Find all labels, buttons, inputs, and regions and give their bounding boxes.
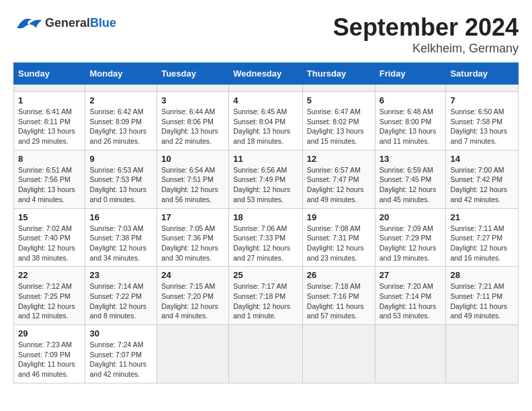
calendar-cell: 6Sunrise: 6:48 AMSunset: 8:00 PMDaylight… xyxy=(375,92,446,150)
day-header-tuesday: Tuesday xyxy=(157,63,229,85)
calendar-cell xyxy=(446,325,519,383)
day-header-saturday: Saturday xyxy=(446,63,519,85)
day-info: Sunrise: 7:06 AMSunset: 7:33 PMDaylight:… xyxy=(233,224,298,263)
calendar-subtitle: Kelkheim, Germany xyxy=(333,42,519,56)
day-number: 7 xyxy=(450,95,514,105)
calendar-cell: 3Sunrise: 6:44 AMSunset: 8:06 PMDaylight… xyxy=(157,92,229,150)
day-info: Sunrise: 6:44 AMSunset: 8:06 PMDaylight:… xyxy=(161,107,224,146)
calendar-cell xyxy=(375,325,446,383)
day-info: Sunrise: 6:56 AMSunset: 7:49 PMDaylight:… xyxy=(233,165,298,205)
day-info: Sunrise: 6:57 AMSunset: 7:47 PMDaylight:… xyxy=(307,165,371,205)
day-info: Sunrise: 6:42 AMSunset: 8:09 PMDaylight:… xyxy=(89,107,152,146)
day-info: Sunrise: 6:41 AMSunset: 8:11 PMDaylight:… xyxy=(18,107,81,146)
day-info: Sunrise: 7:23 AMSunset: 7:09 PMDaylight:… xyxy=(18,340,81,379)
calendar-title: September 2024 xyxy=(333,13,519,42)
day-number: 13 xyxy=(380,154,442,164)
day-number: 15 xyxy=(18,212,81,222)
day-number: 10 xyxy=(161,154,224,164)
day-info: Sunrise: 7:18 AMSunset: 7:16 PMDaylight:… xyxy=(307,281,371,321)
day-header-thursday: Thursday xyxy=(302,63,375,85)
day-number: 14 xyxy=(450,154,514,164)
day-number: 12 xyxy=(307,154,371,164)
logo-icon xyxy=(13,13,44,34)
calendar-cell: 9Sunrise: 6:53 AMSunset: 7:53 PMDaylight… xyxy=(85,150,157,208)
logo: GeneralBlue xyxy=(13,13,116,34)
calendar-header-row: SundayMondayTuesdayWednesdayThursdayFrid… xyxy=(14,63,519,85)
day-info: Sunrise: 6:50 AMSunset: 7:58 PMDaylight:… xyxy=(450,107,514,146)
logo-general: General xyxy=(45,16,90,30)
day-info: Sunrise: 7:24 AMSunset: 7:07 PMDaylight:… xyxy=(89,340,152,379)
day-info: Sunrise: 7:02 AMSunset: 7:40 PMDaylight:… xyxy=(18,224,81,263)
day-number: 25 xyxy=(233,270,298,280)
calendar-week-row: 8Sunrise: 6:51 AMSunset: 7:56 PMDaylight… xyxy=(14,150,519,208)
day-info: Sunrise: 7:12 AMSunset: 7:25 PMDaylight:… xyxy=(18,281,81,321)
calendar-cell: 2Sunrise: 6:42 AMSunset: 8:09 PMDaylight… xyxy=(85,92,157,150)
day-number: 2 xyxy=(89,95,152,105)
day-number: 20 xyxy=(380,212,442,222)
calendar-cell xyxy=(14,85,85,92)
calendar-cell xyxy=(229,325,303,383)
day-number: 11 xyxy=(233,154,298,164)
calendar-cell xyxy=(302,325,375,383)
calendar-week-row: 15Sunrise: 7:02 AMSunset: 7:40 PMDayligh… xyxy=(14,208,519,267)
day-info: Sunrise: 6:45 AMSunset: 8:04 PMDaylight:… xyxy=(233,107,298,146)
calendar-cell: 19Sunrise: 7:08 AMSunset: 7:31 PMDayligh… xyxy=(302,208,375,267)
calendar-week-row xyxy=(14,85,519,92)
day-number: 22 xyxy=(18,270,81,280)
day-number: 19 xyxy=(307,212,371,222)
day-number: 26 xyxy=(307,270,371,280)
calendar-cell xyxy=(375,85,446,92)
day-number: 1 xyxy=(18,95,81,105)
day-info: Sunrise: 7:15 AMSunset: 7:20 PMDaylight:… xyxy=(161,281,224,321)
calendar-cell: 21Sunrise: 7:11 AMSunset: 7:27 PMDayligh… xyxy=(446,208,519,267)
day-number: 30 xyxy=(89,328,152,338)
day-info: Sunrise: 6:47 AMSunset: 8:02 PMDaylight:… xyxy=(307,107,371,146)
day-info: Sunrise: 7:08 AMSunset: 7:31 PMDaylight:… xyxy=(307,224,371,263)
day-number: 21 xyxy=(450,212,514,222)
day-number: 23 xyxy=(89,270,152,280)
logo-blue: Blue xyxy=(90,16,116,30)
calendar-cell: 16Sunrise: 7:03 AMSunset: 7:38 PMDayligh… xyxy=(85,208,157,267)
day-info: Sunrise: 6:51 AMSunset: 7:56 PMDaylight:… xyxy=(18,165,81,205)
calendar-cell: 27Sunrise: 7:20 AMSunset: 7:14 PMDayligh… xyxy=(375,267,446,325)
day-info: Sunrise: 6:48 AMSunset: 8:00 PMDaylight:… xyxy=(380,107,442,146)
day-number: 5 xyxy=(307,95,371,105)
day-info: Sunrise: 7:00 AMSunset: 7:42 PMDaylight:… xyxy=(450,165,514,205)
calendar-cell: 22Sunrise: 7:12 AMSunset: 7:25 PMDayligh… xyxy=(14,267,85,325)
day-info: Sunrise: 7:14 AMSunset: 7:22 PMDaylight:… xyxy=(89,281,152,321)
calendar-week-row: 29Sunrise: 7:23 AMSunset: 7:09 PMDayligh… xyxy=(14,325,519,383)
day-number: 28 xyxy=(450,270,514,280)
calendar-cell: 8Sunrise: 6:51 AMSunset: 7:56 PMDaylight… xyxy=(14,150,85,208)
day-number: 24 xyxy=(161,270,224,280)
title-block: September 2024 Kelkheim, Germany xyxy=(333,13,519,56)
calendar-cell: 1Sunrise: 6:41 AMSunset: 8:11 PMDaylight… xyxy=(14,92,85,150)
day-header-monday: Monday xyxy=(85,63,157,85)
day-info: Sunrise: 7:09 AMSunset: 7:29 PMDaylight:… xyxy=(380,224,442,263)
calendar-cell: 26Sunrise: 7:18 AMSunset: 7:16 PMDayligh… xyxy=(302,267,375,325)
calendar-cell: 24Sunrise: 7:15 AMSunset: 7:20 PMDayligh… xyxy=(157,267,229,325)
day-number: 4 xyxy=(233,95,298,105)
day-number: 8 xyxy=(18,154,81,164)
day-number: 3 xyxy=(161,95,224,105)
calendar-week-row: 22Sunrise: 7:12 AMSunset: 7:25 PMDayligh… xyxy=(14,267,519,325)
day-number: 9 xyxy=(89,154,152,164)
day-info: Sunrise: 6:53 AMSunset: 7:53 PMDaylight:… xyxy=(89,165,152,205)
calendar-cell: 7Sunrise: 6:50 AMSunset: 7:58 PMDaylight… xyxy=(446,92,519,150)
calendar-cell: 10Sunrise: 6:54 AMSunset: 7:51 PMDayligh… xyxy=(157,150,229,208)
calendar-cell xyxy=(229,85,303,92)
day-number: 16 xyxy=(89,212,152,222)
calendar-cell: 18Sunrise: 7:06 AMSunset: 7:33 PMDayligh… xyxy=(229,208,303,267)
calendar-cell: 29Sunrise: 7:23 AMSunset: 7:09 PMDayligh… xyxy=(14,325,85,383)
calendar-cell: 25Sunrise: 7:17 AMSunset: 7:18 PMDayligh… xyxy=(229,267,303,325)
day-number: 27 xyxy=(380,270,442,280)
calendar-cell: 28Sunrise: 7:21 AMSunset: 7:11 PMDayligh… xyxy=(446,267,519,325)
calendar-cell: 30Sunrise: 7:24 AMSunset: 7:07 PMDayligh… xyxy=(85,325,157,383)
calendar-cell xyxy=(85,85,157,92)
day-info: Sunrise: 7:21 AMSunset: 7:11 PMDaylight:… xyxy=(450,281,514,321)
calendar-cell: 13Sunrise: 6:59 AMSunset: 7:45 PMDayligh… xyxy=(375,150,446,208)
day-number: 29 xyxy=(18,328,81,338)
page-header: GeneralBlue September 2024 Kelkheim, Ger… xyxy=(13,13,519,56)
calendar-cell: 20Sunrise: 7:09 AMSunset: 7:29 PMDayligh… xyxy=(375,208,446,267)
calendar-cell: 11Sunrise: 6:56 AMSunset: 7:49 PMDayligh… xyxy=(229,150,303,208)
calendar-cell: 23Sunrise: 7:14 AMSunset: 7:22 PMDayligh… xyxy=(85,267,157,325)
